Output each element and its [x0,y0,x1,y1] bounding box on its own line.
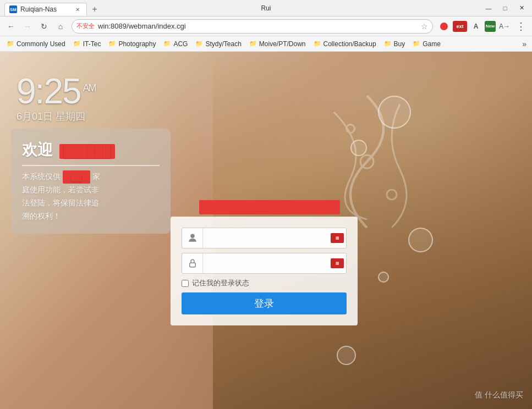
redacted-username: ██████ [59,144,115,159]
login-subtitle-area: ████████████ [182,200,358,214]
bookmark-acg[interactable]: 📁 ACG [160,39,191,49]
login-button[interactable]: 登录 [182,292,347,314]
bubble-5 [337,346,356,365]
bookmark-label: Moive/PT/Down [259,40,306,48]
bookmark-commonly-used[interactable]: 📁 Commonly Used [3,39,69,49]
password-extra: ▦ [328,253,346,273]
password-field-row: ▦ [182,253,347,274]
password-badge: ▦ [331,258,344,268]
address-bar[interactable]: 不安全 win:8089/webman/index.cgi ☆ [72,19,433,34]
bookmark-photography[interactable]: 📁 Photography [105,39,159,49]
browser-tab[interactable]: SM Ruiqian-Nas ✕ [4,3,87,16]
bookmark-buy[interactable]: 📁 Buy [381,39,409,49]
username-badge: ▦ [331,233,344,243]
tab-close-button[interactable]: ✕ [73,5,82,14]
user-icon [182,228,203,248]
watermark: 值 什么值得买 [475,390,523,400]
bookmark-study-teach[interactable]: 📁 Stydy/Teach [192,39,244,49]
bookmark-label: Buy [394,40,405,48]
close-button[interactable]: ✕ [513,0,530,16]
navigation-toolbar: ← → ↻ ⌂ 不安全 win:8089/webman/index.cgi ☆ … [0,16,532,36]
lock-icon [182,253,203,273]
toolbar-icons: ext A New A→ ⋮ [436,19,529,34]
home-button[interactable]: ⌂ [53,19,68,34]
username-extra: ▦ [328,228,346,248]
bookmark-label: Collection/Backup [323,40,376,48]
remember-me-row: 记住我的登录状态 [182,278,347,288]
bookmark-label: Photography [118,40,156,48]
welcome-body: 本系统仅供██家 庭使用功能，若尝试非 法登陆，将保留法律追 溯的权利！ [22,170,160,223]
svg-point-3 [190,234,195,239]
bookmark-collection[interactable]: 📁 Collection/Backup [310,39,380,49]
tab-favicon: SM [9,5,17,13]
login-form: ▦ ▦ 记住我的登录状态 登录 [171,217,358,325]
bookmark-label: Game [423,40,441,48]
bookmarks-bar: 📁 Commonly Used 📁 IT-Tec 📁 Photography 📁… [0,36,532,52]
bookmark-label: IT-Tec [83,40,101,48]
record-button[interactable] [436,19,452,34]
security-badge: 不安全 [76,22,95,30]
translate-button[interactable]: A [468,19,484,34]
folder-icon: 📁 [413,40,420,47]
folder-icon: 📁 [73,40,81,47]
svg-rect-4 [189,263,195,267]
forward-button[interactable]: → [20,19,35,34]
menu-button[interactable]: ⋮ [513,19,529,34]
bookmark-game[interactable]: 📁 Game [409,39,444,49]
bookmarks-more-button[interactable]: » [520,38,529,49]
page-content: 9:25AM 6月01日 星期四 欢迎 ██████ 本系统仅供██家 庭使用功… [0,52,532,409]
new-tab-button[interactable]: + [88,3,101,16]
folder-icon: 📁 [314,40,321,47]
maximize-button[interactable]: □ [497,0,513,16]
title-bar-left: SM Ruiqian-Nas ✕ + [0,1,480,16]
folder-icon: 📁 [163,40,171,47]
bookmark-label: ACG [173,40,188,48]
tab-area: SM Ruiqian-Nas ✕ + [4,1,101,16]
remember-checkbox[interactable] [182,280,189,287]
clock-time: 9:25AM [17,74,96,109]
svg-point-2 [387,190,397,200]
clock-date: 6月01日 星期四 [17,110,96,123]
folder-icon: 📁 [249,40,257,47]
bookmark-it-tec[interactable]: 📁 IT-Tec [70,39,105,49]
username-field-row: ▦ [182,228,347,248]
bookmark-label: Commonly Used [17,40,65,48]
folder-icon: 📁 [7,40,14,47]
tab-title: Ruiqian-Nas [20,5,70,13]
welcome-panel: 欢迎 ██████ 本系统仅供██家 庭使用功能，若尝试非 法登陆，将保留法律追… [11,129,171,234]
new-badge[interactable]: New [485,21,496,32]
extension-badge[interactable]: ext [453,21,467,32]
username-input[interactable] [203,234,328,242]
reload-button[interactable]: ↻ [36,19,52,34]
welcome-title: 欢迎 ██████ [22,140,160,161]
window-controls: — □ ✕ [480,0,532,16]
folder-icon: 📁 [195,40,203,47]
clock-ampm: AM [83,82,96,93]
bookmark-star[interactable]: ☆ [421,22,428,31]
url-text: win:8089/webman/index.cgi [98,22,418,30]
bookmark-label: Stydy/Teach [205,40,241,48]
redacted-subtitle: ████████████ [199,200,340,214]
back-button[interactable]: ← [3,19,19,34]
welcome-divider [22,165,160,166]
title-bar: SM Ruiqian-Nas ✕ + Rui — □ ✕ [0,0,532,16]
password-input[interactable] [203,259,328,268]
folder-icon: 📁 [384,40,392,47]
remember-label: 记住我的登录状态 [192,278,249,288]
minimize-button[interactable]: — [480,0,497,16]
translate-btn[interactable]: A→ [497,19,512,34]
bubble-4 [378,272,389,283]
bookmark-moive[interactable]: 📁 Moive/PT/Down [246,39,309,49]
clock-display: 9:25AM 6月01日 星期四 [17,74,96,123]
folder-icon: 📁 [108,40,116,47]
